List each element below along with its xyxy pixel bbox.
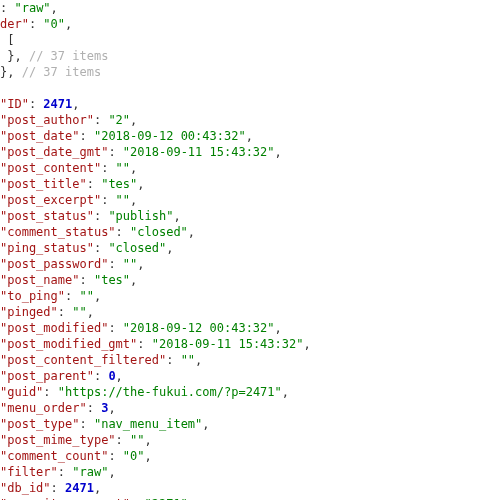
- code-line: "pinged": "",: [0, 304, 500, 320]
- code-line: "filter": "raw",: [0, 464, 500, 480]
- punctuation: ,: [72, 97, 79, 111]
- punctuation: ,: [173, 209, 180, 223]
- string-value: "tes": [101, 177, 137, 191]
- json-source-view: : "raw",der": "0", [ }, // 37 items}, //…: [0, 0, 500, 500]
- punctuation: ,: [130, 193, 137, 207]
- json-key: "post_modified": [0, 321, 108, 335]
- code-line: "ID": 2471,: [0, 96, 500, 112]
- json-key: "post_excerpt": [0, 193, 101, 207]
- punctuation: :: [101, 161, 115, 175]
- punctuation: :: [94, 241, 108, 255]
- code-line: der": "0",: [0, 16, 500, 32]
- json-key: "to_ping": [0, 289, 65, 303]
- code-line: "post_content_filtered": "",: [0, 352, 500, 368]
- punctuation: :: [94, 369, 108, 383]
- code-line: "post_title": "tes",: [0, 176, 500, 192]
- code-line: : "raw",: [0, 0, 500, 16]
- json-key: "post_type": [0, 417, 79, 431]
- string-value: "0": [123, 449, 145, 463]
- json-key: der": [0, 17, 29, 31]
- punctuation: :: [108, 145, 122, 159]
- code-line: "post_date": "2018-09-12 00:43:32",: [0, 128, 500, 144]
- code-line: }, // 37 items: [0, 64, 500, 80]
- comment: // 37 items: [29, 49, 108, 63]
- punctuation: :: [58, 465, 72, 479]
- json-key: "comment_status": [0, 225, 116, 239]
- punctuation: ,: [282, 385, 289, 399]
- json-key: "post_title": [0, 177, 87, 191]
- string-value: "": [123, 257, 137, 271]
- comment: // 37 items: [22, 65, 101, 79]
- punctuation: :: [87, 401, 101, 415]
- punctuation: ,: [275, 145, 282, 159]
- punctuation: :: [43, 385, 57, 399]
- code-line: [: [0, 32, 500, 48]
- code-line: "post_parent": 0,: [0, 368, 500, 384]
- punctuation: ,: [246, 129, 253, 143]
- punctuation: ,: [145, 433, 152, 447]
- json-key: "post_content_filtered": [0, 353, 166, 367]
- punctuation: :: [65, 289, 79, 303]
- string-value: "raw": [72, 465, 108, 479]
- code-line: "post_type": "nav_menu_item",: [0, 416, 500, 432]
- string-value: "2018-09-11 15:43:32": [152, 337, 304, 351]
- punctuation: ,: [94, 289, 101, 303]
- code-line: "post_mime_type": "",: [0, 432, 500, 448]
- punctuation: :: [108, 321, 122, 335]
- punctuation: :: [58, 305, 72, 319]
- punctuation: :: [108, 257, 122, 271]
- string-value: "2018-09-12 00:43:32": [94, 129, 246, 143]
- punctuation: ,: [188, 225, 195, 239]
- json-key: "pinged": [0, 305, 58, 319]
- string-value: "closed": [130, 225, 188, 239]
- punctuation: :: [116, 225, 130, 239]
- code-line: "post_name": "tes",: [0, 272, 500, 288]
- punctuation: :: [79, 129, 93, 143]
- punctuation: :: [116, 433, 130, 447]
- punctuation: ,: [94, 481, 101, 495]
- json-key: "post_status": [0, 209, 94, 223]
- punctuation: ,: [130, 161, 137, 175]
- number-value: 2471: [43, 97, 72, 111]
- code-line: "post_date_gmt": "2018-09-11 15:43:32",: [0, 144, 500, 160]
- punctuation: ,: [51, 1, 58, 15]
- json-key: "db_id": [0, 481, 51, 495]
- json-key: "post_password": [0, 257, 108, 271]
- code-line: }, // 37 items: [0, 48, 500, 64]
- punctuation: :: [29, 17, 43, 31]
- punctuation: ,: [202, 417, 209, 431]
- punctuation: :: [79, 273, 93, 287]
- punctuation: :: [29, 97, 43, 111]
- string-value: "closed": [108, 241, 166, 255]
- code-line: [0, 80, 500, 96]
- punctuation: ,: [87, 305, 94, 319]
- json-key: "post_modified_gmt": [0, 337, 137, 351]
- punctuation: :: [87, 177, 101, 191]
- string-value: "raw": [14, 1, 50, 15]
- json-key: "post_content": [0, 161, 101, 175]
- punctuation: :: [79, 417, 93, 431]
- string-value: "https://the-fukui.com/?p=2471": [58, 385, 282, 399]
- json-key: "post_date": [0, 129, 79, 143]
- string-value: "2": [108, 113, 130, 127]
- json-key: "post_name": [0, 273, 79, 287]
- code-line: "post_password": "",: [0, 256, 500, 272]
- punctuation: ,: [166, 241, 173, 255]
- code-line: "guid": "https://the-fukui.com/?p=2471",: [0, 384, 500, 400]
- json-key: "post_author": [0, 113, 94, 127]
- punctuation: :: [0, 1, 14, 15]
- code-line: "comment_count": "0",: [0, 448, 500, 464]
- code-line: "post_excerpt": "",: [0, 192, 500, 208]
- json-key: "post_parent": [0, 369, 94, 383]
- string-value: "2018-09-12 00:43:32": [123, 321, 275, 335]
- json-key: "ping_status": [0, 241, 94, 255]
- string-value: "": [72, 305, 86, 319]
- punctuation: ,: [116, 369, 123, 383]
- string-value: "0": [43, 17, 65, 31]
- string-value: "2018-09-11 15:43:32": [123, 145, 275, 159]
- code-line: "db_id": 2471,: [0, 480, 500, 496]
- json-key: "comment_count": [0, 449, 108, 463]
- code-line: "comment_status": "closed",: [0, 224, 500, 240]
- code-line: "post_author": "2",: [0, 112, 500, 128]
- punctuation: [: [0, 33, 14, 47]
